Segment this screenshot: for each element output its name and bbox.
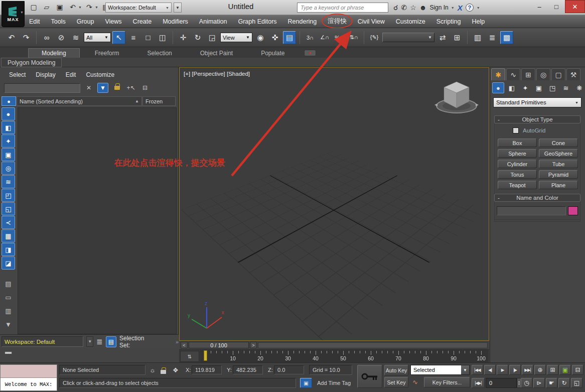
viewport-label[interactable]: [+] [Perspective] [Shaded]: [184, 71, 250, 77]
layers-icon[interactable]: ≣: [96, 337, 103, 346]
next-frame-button[interactable]: |▶: [509, 365, 521, 375]
display-bones-icon[interactable]: ≺: [2, 216, 15, 229]
menu-views[interactable]: Views: [105, 18, 121, 25]
chevron-down-icon[interactable]: ▼: [86, 336, 93, 347]
close-button[interactable]: ✕: [565, 0, 585, 13]
redo-icon[interactable]: ↷: [84, 2, 95, 13]
select-table-icon[interactable]: ⊟: [139, 83, 151, 93]
add-time-tag[interactable]: Add Time Tag: [317, 380, 351, 386]
previous-frame-button[interactable]: ◀|: [484, 365, 496, 375]
help-icon[interactable]: ?: [466, 4, 474, 12]
named-selection-dropdown[interactable]: ▼: [382, 33, 434, 42]
align-icon[interactable]: ⊞: [451, 31, 464, 44]
workspace-selector[interactable]: Workspace: Default: [2, 336, 83, 347]
current-frame-field[interactable]: 0: [486, 378, 517, 388]
z-coordinate-field[interactable]: 0.0: [274, 365, 304, 374]
snaps-toggle-icon[interactable]: 3∩: [304, 31, 317, 44]
chevron-down-icon[interactable]: ▼: [78, 6, 82, 9]
object-name-field[interactable]: [497, 206, 566, 215]
explorer-search-input[interactable]: [4, 83, 80, 93]
display-geometry-icon[interactable]: ●: [2, 107, 15, 120]
edit-named-selections-icon[interactable]: {✎}: [368, 31, 381, 44]
go-to-end-button[interactable]: ▶▶|: [522, 365, 533, 375]
menu-graph-editors[interactable]: Graph Editors: [238, 18, 276, 25]
polygon-modeling-panel[interactable]: Polygon Modeling: [1, 58, 62, 67]
angle-snap-icon[interactable]: ∠∩: [318, 31, 331, 44]
menu-tools[interactable]: Tools: [51, 18, 66, 25]
name-color-rollout-header[interactable]: - Name and Color: [494, 194, 580, 202]
communication-center-icon[interactable]: ✆: [401, 4, 407, 12]
sets-list-icon[interactable]: ▥: [2, 304, 15, 317]
menu-help[interactable]: Help: [472, 18, 485, 25]
time-configuration-icon[interactable]: ◷: [521, 378, 532, 388]
bind-to-space-warp-icon[interactable]: ≋: [69, 31, 82, 44]
window-crossing-icon[interactable]: ◫: [156, 31, 169, 44]
go-to-start-button[interactable]: |◀◀: [472, 365, 483, 375]
display-objects-icon[interactable]: ◪: [2, 256, 15, 270]
search-help-icon[interactable]: ☌: [393, 4, 398, 12]
name-column-header[interactable]: Name (Sorted Ascending) ▲: [17, 96, 142, 106]
menu-modifiers[interactable]: Modifiers: [163, 18, 188, 25]
select-and-move-icon[interactable]: ✛: [177, 31, 190, 44]
explorer-menu-edit[interactable]: Edit: [66, 71, 76, 78]
open-file-icon[interactable]: ▱: [41, 2, 52, 13]
zoom-mode-icon[interactable]: ⊕: [534, 365, 546, 375]
new-file-icon[interactable]: ▢: [28, 2, 39, 13]
menu-customize[interactable]: Customize: [396, 18, 425, 25]
render-setup-icon[interactable]: ▩: [500, 31, 513, 44]
more-chevron[interactable]: »: [176, 339, 179, 345]
y-coordinate-field[interactable]: 482.235: [233, 365, 263, 374]
tab-utilities[interactable]: ⚒: [566, 68, 580, 80]
category-systems[interactable]: ❋: [573, 82, 585, 93]
create-torus-button[interactable]: Torus: [498, 170, 537, 179]
display-lights-icon[interactable]: ✦: [2, 135, 15, 148]
scene-explorer-toggle-icon[interactable]: ▤: [106, 336, 116, 347]
ribbon-tab-modeling[interactable]: Modeling: [28, 48, 80, 58]
prompt-bulb-icon[interactable]: ☼: [150, 366, 156, 374]
unlink-selection-icon[interactable]: ⊘: [55, 31, 68, 44]
ribbon-tab-object-paint[interactable]: Object Paint: [187, 49, 246, 58]
lock-explorer-icon[interactable]: [111, 83, 122, 93]
zoom-extents-icon[interactable]: ▣: [559, 365, 571, 375]
set-key-button[interactable]: Set Key: [384, 377, 408, 387]
display-containers-icon[interactable]: ▦: [2, 229, 15, 242]
max-logo-button[interactable]: MAX ▼: [2, 1, 25, 27]
tab-create[interactable]: ✱: [491, 68, 505, 80]
minimize-button[interactable]: –: [531, 0, 548, 13]
pick-parent-icon[interactable]: +↖: [125, 83, 136, 93]
display-space-warps-icon[interactable]: ≋: [2, 175, 15, 188]
create-sphere-button[interactable]: Sphere: [498, 149, 537, 158]
category-lights[interactable]: ✦: [519, 82, 531, 93]
select-object-icon[interactable]: ↖: [112, 31, 125, 44]
explorer-menu-select[interactable]: Select: [9, 71, 26, 78]
display-column-icon[interactable]: ●: [2, 96, 16, 106]
menu-civil-view[interactable]: Civil View: [358, 18, 385, 25]
absolute-offset-icon[interactable]: ❖: [173, 366, 179, 374]
menu-edit[interactable]: Edit: [29, 18, 40, 25]
tab-modify[interactable]: ∿: [506, 68, 520, 80]
menu-create[interactable]: Create: [133, 18, 152, 25]
welcome-mini-window[interactable]: Welcome to MAX:: [0, 364, 57, 391]
zoom-region-icon[interactable]: ⊞: [547, 365, 558, 375]
create-plane-button[interactable]: Plane: [539, 181, 578, 189]
undo-icon[interactable]: ↶: [67, 2, 78, 13]
category-space-warps[interactable]: ≋: [560, 82, 572, 93]
ribbon-minimize-button[interactable]: ▾: [304, 50, 316, 56]
trackbar-toggle-icon[interactable]: ⇅: [180, 351, 199, 362]
mini-window-titlebar[interactable]: [1, 365, 57, 378]
create-box-button[interactable]: Box: [498, 139, 537, 147]
chevron-down-icon[interactable]: ▼: [95, 6, 98, 9]
key-filters-curve-icon[interactable]: ∿: [412, 378, 418, 386]
ribbon-tab-selection[interactable]: Selection: [134, 49, 185, 58]
key-filters-button[interactable]: Key Filters...: [424, 377, 470, 387]
isolate-selection-icon[interactable]: ▣: [300, 378, 312, 388]
spinner-snap-icon[interactable]: ⇅∩: [347, 31, 360, 44]
tab-motion[interactable]: ◎: [536, 68, 550, 80]
auto-key-button[interactable]: Auto Key: [384, 365, 408, 375]
display-shapes-icon[interactable]: ◧: [2, 121, 15, 134]
create-key-button[interactable]: [357, 365, 382, 388]
select-and-rotate-icon[interactable]: ↻: [191, 31, 204, 44]
pan-hand-icon[interactable]: ☛: [546, 378, 557, 388]
frozen-column-header[interactable]: Frozen: [142, 96, 176, 106]
primitive-category-dropdown[interactable]: Standard Primitives ▼: [493, 97, 581, 107]
